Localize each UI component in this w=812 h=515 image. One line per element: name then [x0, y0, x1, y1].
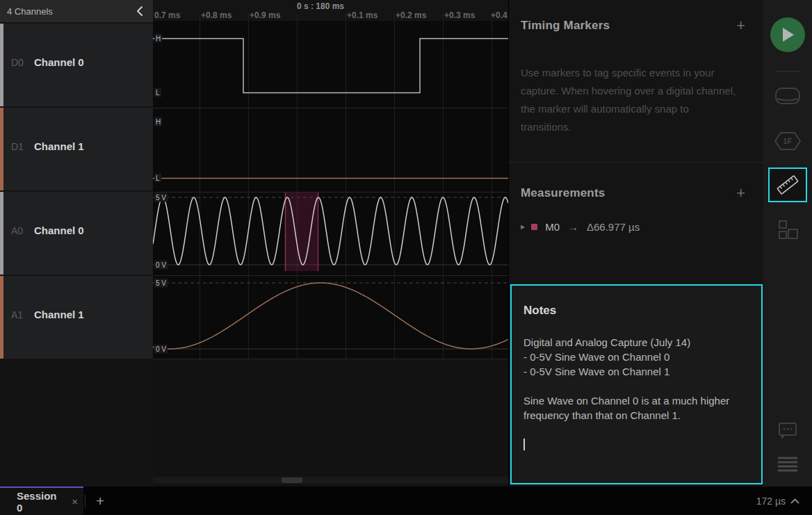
- toolbar: 1F: [763, 0, 812, 487]
- timeline-tick-label: +0.9 ms: [250, 10, 280, 20]
- logic-analyzer-app: 0 s : 180 ms0.7 ms+0.8 ms+0.9 ms+0.1 ms+…: [0, 0, 812, 515]
- add-measurement-button[interactable]: +: [736, 186, 745, 200]
- horizontal-scrollbar[interactable]: [153, 477, 508, 484]
- channel-color-stripe: [0, 24, 3, 106]
- timeline-tick-label: +0.3 ms: [444, 10, 475, 20]
- notes-editor[interactable]: Digital and Analog Capture (July 14) - 0…: [523, 335, 749, 452]
- channels-count-label: 4 Channels: [7, 6, 133, 17]
- start-capture-button[interactable]: [770, 17, 805, 52]
- channel-name-label: Channel 0: [34, 56, 84, 68]
- measurement-value: Δ66.977 µs: [587, 221, 640, 233]
- channel-color-stripe: [0, 108, 3, 190]
- channel-color-stripe: [0, 192, 3, 275]
- capture-duration-selector[interactable]: 172 µs: [756, 496, 812, 507]
- digital-high-label: H: [154, 34, 162, 43]
- channel-row-a0[interactable]: A0Channel 0: [0, 192, 153, 275]
- new-session-button[interactable]: +: [96, 493, 104, 509]
- digital-low-label: L: [154, 174, 161, 183]
- measurement-name: M0: [545, 221, 560, 233]
- notes-title: Notes: [523, 304, 749, 318]
- scrollbar-thumb[interactable]: [282, 477, 302, 483]
- timeline-tick-label: +0.2 ms: [396, 10, 426, 20]
- channel-row-a1[interactable]: A1Channel 1: [0, 276, 153, 359]
- channels-panel: 4 Channels D0Channel 0D1Channel 1A0Chann…: [0, 0, 153, 487]
- measurements-header: Measurements +: [509, 186, 763, 200]
- device-icon[interactable]: [774, 85, 801, 106]
- tab-divider: [85, 495, 86, 507]
- channel-name-label: Channel 1: [34, 140, 84, 152]
- channels-header: 4 Channels: [0, 0, 153, 22]
- measurement-row[interactable]: ▶ M0 → Δ66.977 µs: [521, 221, 640, 233]
- chevron-up-icon: [790, 498, 799, 504]
- side-panel: Timing Markers + Use markers to tag spec…: [508, 0, 763, 487]
- text-cursor: [523, 439, 525, 450]
- analyzers-icon[interactable]: [777, 220, 798, 240]
- collapse-panel-icon[interactable]: [133, 5, 146, 17]
- ruler-icon: [777, 174, 799, 196]
- main-menu-icon[interactable]: [777, 456, 798, 473]
- measure-tool-button[interactable]: [768, 167, 807, 202]
- digital-high-label: H: [154, 117, 162, 126]
- trigger-icon[interactable]: 1F: [773, 131, 802, 152]
- toolbar-divider: [775, 71, 800, 72]
- timeline-absolute-time: 0 s : 180 ms: [297, 1, 344, 11]
- analog-bottom-voltage-label: 0 V: [154, 345, 168, 354]
- channel-index-label: A0: [11, 225, 34, 236]
- session-tab[interactable]: Session 0 ×: [0, 487, 83, 515]
- waveform-canvas[interactable]: [153, 0, 508, 487]
- channel-index-label: A1: [11, 309, 34, 320]
- analog-bottom-voltage-label: 0 V: [154, 261, 168, 270]
- trigger-hex-label: 1F: [783, 138, 793, 145]
- add-timing-marker-button[interactable]: +: [736, 19, 745, 33]
- timing-markers-header: Timing Markers +: [509, 19, 763, 33]
- feedback-icon[interactable]: [777, 421, 798, 441]
- notes-section[interactable]: Notes Digital and Analog Capture (July 1…: [510, 284, 763, 484]
- analog-top-voltage-label: 5 V: [154, 193, 168, 202]
- channel-name-label: Channel 1: [34, 309, 84, 320]
- channel-name-label: Channel 0: [34, 224, 84, 236]
- channel-index-label: D0: [11, 57, 34, 68]
- timeline-tick-label: +0.4: [491, 10, 508, 20]
- timing-markers-title: Timing Markers: [521, 19, 610, 33]
- timing-markers-description: Use markers to tag specific events in yo…: [521, 64, 738, 136]
- arrow-right-icon: →: [568, 221, 578, 233]
- channel-row-d0[interactable]: D0Channel 0: [0, 24, 153, 106]
- bottom-bar: Session 0 × + 172 µs: [0, 487, 812, 515]
- capture-duration-value: 172 µs: [756, 496, 786, 507]
- channel-color-stripe: [0, 276, 3, 359]
- session-tab-label: Session 0: [17, 490, 65, 514]
- measurement-color-swatch: [531, 224, 537, 230]
- timeline-tick-label: 0.7 ms: [154, 10, 180, 20]
- digital-low-label: L: [154, 88, 161, 97]
- analog-top-voltage-label: 5 V: [154, 279, 168, 288]
- measurements-title: Measurements: [521, 186, 605, 200]
- close-session-icon[interactable]: ×: [72, 496, 78, 507]
- section-divider: [509, 162, 763, 163]
- expand-triangle-icon[interactable]: ▶: [521, 224, 525, 230]
- notes-content: Digital and Analog Capture (July 14) - 0…: [523, 336, 732, 421]
- channel-index-label: D1: [11, 141, 34, 152]
- waveform-viewport[interactable]: 0 s : 180 ms0.7 ms+0.8 ms+0.9 ms+0.1 ms+…: [153, 0, 508, 487]
- channel-row-d1[interactable]: D1Channel 1: [0, 108, 153, 190]
- timeline-tick-label: +0.8 ms: [201, 10, 232, 20]
- timeline-tick-label: +0.1 ms: [347, 10, 377, 20]
